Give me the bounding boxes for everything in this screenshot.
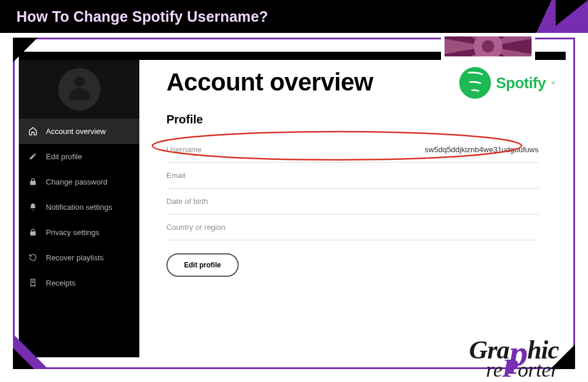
watermark-logo: Graphic rePorter (469, 337, 559, 378)
article-title: How To Change Spotify Username? (16, 8, 268, 25)
profile-avatar-area (19, 60, 139, 119)
profile-field-username: Username sw5dq5ddjkiznb4we31udgoufuws (166, 137, 539, 163)
profile-field-email: Email (166, 163, 539, 189)
pencil-icon (27, 150, 39, 162)
spotify-account-page: Account overview Edit profile Change pas… (19, 52, 566, 357)
sidebar-item-change-password[interactable]: Change password (19, 169, 139, 195)
sidebar-item-recover-playlists[interactable]: Recover playlists (19, 245, 139, 270)
sidebar-item-label: Notification settings (46, 203, 112, 212)
account-main-panel: Account overview Spotify® Profile Userna… (139, 52, 566, 357)
content-wrapper: Account overview Edit profile Change pas… (0, 33, 588, 382)
refresh-icon (27, 252, 39, 263)
spotify-wordmark: Spotify (496, 74, 546, 92)
decorative-corner-bottom-left (13, 334, 48, 369)
sidebar-item-label: Receipts (46, 279, 76, 287)
home-icon (27, 125, 39, 137)
sidebar-item-label: Recover playlists (46, 253, 103, 262)
sidebar-item-label: Change password (46, 177, 108, 186)
field-label: Email (166, 171, 186, 180)
album-art-pattern (445, 36, 532, 56)
sidebar-item-label: Privacy settings (46, 228, 99, 237)
watermark-text: re (486, 358, 502, 381)
lock-icon (27, 176, 39, 187)
avatar-placeholder-icon (58, 68, 101, 110)
decorative-corner-top-left (13, 38, 38, 62)
sidebar-item-label: Edit profile (46, 152, 82, 161)
bell-icon (27, 201, 39, 213)
spotify-logo-icon (459, 67, 491, 99)
profile-section-heading: Profile (166, 113, 539, 126)
watermark-accent-p: p (509, 344, 527, 363)
spotify-logo-badge: Spotify® (459, 67, 555, 99)
sidebar-item-receipts[interactable]: Receipts (19, 270, 139, 296)
article-header-banner: How To Change Spotify Username? (0, 0, 588, 33)
sidebar-item-notification-settings[interactable]: Notification settings (19, 195, 139, 220)
header-accent-triangle (547, 0, 588, 33)
now-playing-album-art (441, 33, 535, 60)
profile-field-dob: Date of birth (166, 189, 539, 215)
profile-field-country: Country or region (166, 215, 539, 240)
sidebar-item-label: Account overview (46, 127, 106, 136)
settings-sidebar: Account overview Edit profile Change pas… (19, 52, 139, 357)
edit-profile-button[interactable]: Edit profile (166, 253, 239, 277)
field-label: Username (166, 145, 202, 154)
field-value-username: sw5dq5ddjkiznb4we31udgoufuws (425, 145, 539, 154)
lock-icon (27, 226, 39, 238)
sidebar-item-account-overview[interactable]: Account overview (19, 119, 139, 144)
registered-mark: ® (552, 81, 555, 86)
field-label: Date of birth (166, 197, 208, 206)
sidebar-nav-list: Account overview Edit profile Change pas… (19, 119, 139, 296)
field-label: Country or region (166, 223, 225, 232)
sidebar-item-edit-profile[interactable]: Edit profile (19, 144, 139, 169)
receipt-icon (27, 277, 39, 289)
sidebar-item-privacy-settings[interactable]: Privacy settings (19, 220, 139, 245)
